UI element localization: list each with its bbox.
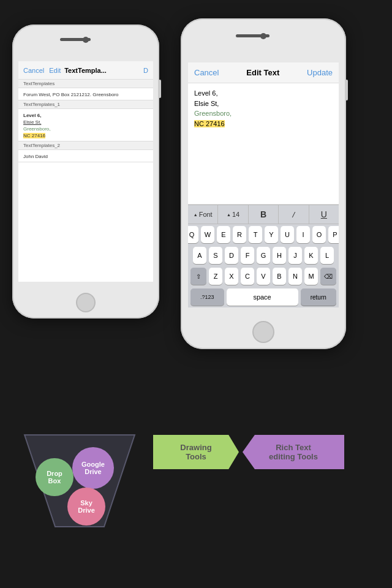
funnel-container: DropBox GoogleDrive SkyDrive [18, 429, 141, 551]
phone2-format-toolbar: ▲ Font ▲ 14 B / U [188, 205, 339, 224]
body-line3: Greensboro, [194, 108, 333, 119]
phone2-update-button[interactable]: Update [307, 68, 333, 77]
keyboard-row-1: Q W E R T Y U I O P [188, 224, 339, 245]
phone1-cancel-button[interactable]: Cancel [23, 67, 44, 74]
italic-button[interactable]: / [279, 205, 309, 224]
key-E[interactable]: E [217, 226, 230, 243]
phone1-home-button[interactable] [76, 293, 96, 312]
key-space[interactable]: space [227, 288, 298, 306]
key-T[interactable]: T [249, 226, 262, 243]
key-R[interactable]: R [233, 226, 246, 243]
phone1-nav-d[interactable]: D [143, 67, 148, 74]
phone2-keyboard: Q W E R T Y U I O P A S D F G H J K [188, 224, 339, 307]
key-numbers[interactable]: .?123 [190, 288, 224, 306]
key-D[interactable]: D [225, 247, 238, 264]
phone1-edit-button[interactable]: Edit [49, 67, 61, 74]
phone1-navbar: Cancel Edit TextTempla... D [18, 61, 153, 80]
row1-line4: NC 27416 [23, 133, 148, 138]
drawing-tools-arrow[interactable]: DrawingTools [153, 435, 239, 469]
row1-line1: Level 6, [23, 113, 148, 118]
keyboard-row-3: ⇧ Z X C V B N M ⌫ [188, 266, 339, 287]
phone1-nav-title: TextTempla... [64, 67, 141, 74]
key-A[interactable]: A [193, 247, 206, 264]
key-J[interactable]: J [288, 247, 302, 264]
body-line4: NC 27416 [194, 119, 333, 129]
key-shift[interactable]: ⇧ [190, 268, 206, 285]
key-P[interactable]: P [328, 226, 339, 243]
size-button[interactable]: ▲ 14 [218, 205, 248, 224]
key-I[interactable]: I [296, 226, 310, 243]
row1[interactable]: Level 6, Elsie St, Greensboro, NC 27416 [18, 109, 153, 141]
row0[interactable]: Forum West, PO Box 2121212. Greensboro [18, 88, 153, 100]
bubble-dropbox[interactable]: DropBox [36, 458, 74, 496]
body-line2: Elsie St, [194, 99, 333, 109]
underline-button[interactable]: U [309, 205, 339, 224]
bubble-googledrive[interactable]: GoogleDrive [72, 447, 114, 489]
bottom-diagram: DropBox GoogleDrive SkyDrive DrawingTool… [0, 417, 392, 588]
key-U[interactable]: U [281, 226, 294, 243]
key-O[interactable]: O [312, 226, 326, 243]
key-Y[interactable]: Y [265, 226, 278, 243]
row1-line2: Elsie St, [23, 119, 148, 125]
phone2-screen: Cancel Edit Text Update Level 6, Elsie S… [188, 62, 339, 307]
key-backspace[interactable]: ⌫ [320, 268, 336, 285]
size-label: 14 [232, 211, 239, 218]
bubble-skydrive[interactable]: SkyDrive [67, 488, 105, 526]
key-H[interactable]: H [273, 247, 286, 264]
phone2-speaker [236, 34, 270, 37]
font-label: Font [199, 211, 213, 218]
key-B[interactable]: B [273, 268, 286, 285]
row0-header: TextTemplates [18, 80, 153, 88]
key-V[interactable]: V [257, 268, 270, 285]
key-G[interactable]: G [257, 247, 270, 264]
keyboard-row-bottom: .?123 space return [188, 287, 339, 307]
key-C[interactable]: C [241, 268, 254, 285]
phone1-side-button [159, 80, 161, 98]
size-triangle-icon: ▲ [227, 213, 231, 217]
font-triangle-icon: ▲ [194, 213, 198, 217]
bold-button[interactable]: B [249, 205, 279, 224]
row2-header: TextTemplates_2 [18, 141, 153, 150]
phone-2: Cancel Edit Text Update Level 6, Elsie S… [181, 18, 346, 349]
font-button[interactable]: ▲ Font [188, 205, 218, 224]
phone2-nav-title: Edit Text [246, 68, 279, 77]
row1-line3: Greensboro, [23, 126, 148, 132]
key-X[interactable]: X [225, 268, 238, 285]
keyboard-row-2: A S D F G H J K L [188, 245, 339, 266]
row2[interactable]: John David [18, 150, 153, 162]
key-L[interactable]: L [320, 247, 334, 264]
rich-text-tools-arrow[interactable]: Rich Textediting Tools [243, 435, 344, 469]
phone1-screen: Cancel Edit TextTempla... D TextTemplate… [18, 61, 153, 282]
key-M[interactable]: M [304, 268, 318, 285]
key-W[interactable]: W [201, 226, 214, 243]
key-Q[interactable]: Q [188, 226, 198, 243]
key-F[interactable]: F [241, 247, 254, 264]
phone2-text-body[interactable]: Level 6, Elsie St, Greensboro, NC 27416 [188, 83, 339, 205]
arrows-area: DrawingTools Rich Textediting Tools [153, 435, 344, 469]
phone2-navbar: Cancel Edit Text Update [188, 62, 339, 83]
body-line1: Level 6, [194, 88, 333, 99]
row2-text: John David [23, 154, 148, 159]
key-K[interactable]: K [304, 247, 318, 264]
key-S[interactable]: S [209, 247, 222, 264]
key-Z[interactable]: Z [209, 268, 222, 285]
key-N[interactable]: N [288, 268, 302, 285]
row1-header: TextTemplates_1 [18, 100, 153, 109]
arrows-row: DrawingTools Rich Textediting Tools [153, 435, 344, 469]
row0-text: Forum West, PO Box 2121212. Greensboro [23, 92, 148, 97]
phone1-speaker [60, 38, 91, 41]
phone2-side-button [345, 80, 348, 100]
phone2-home-button[interactable] [252, 321, 274, 343]
phone2-cancel-button[interactable]: Cancel [194, 68, 219, 77]
phone-1: Cancel Edit TextTempla... D TextTemplate… [12, 24, 159, 318]
key-return[interactable]: return [301, 288, 336, 306]
